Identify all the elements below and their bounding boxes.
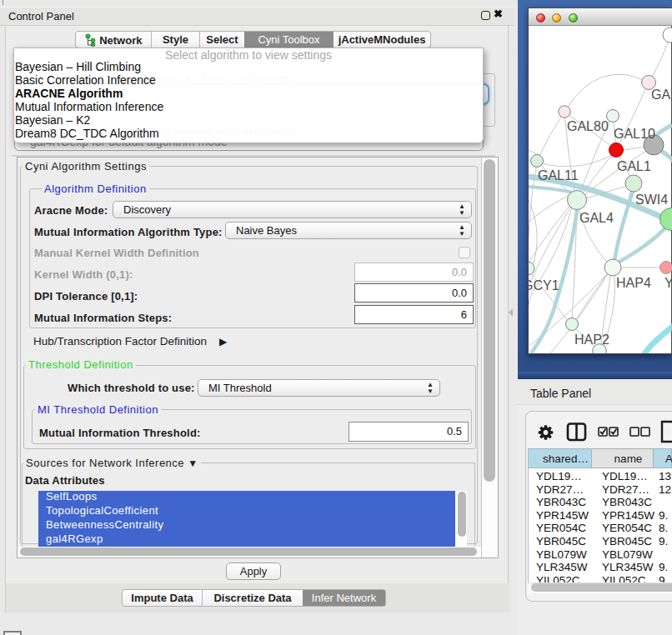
svg-text:SWI4: SWI4 [635, 192, 668, 207]
svg-text:GAL4: GAL4 [579, 211, 614, 225]
svg-text:GCY1: GCY1 [529, 278, 559, 292]
svg-text:HAP4: HAP4 [616, 276, 651, 290]
svg-text:GAL11: GAL11 [538, 168, 579, 182]
svg-text:HAP2: HAP2 [574, 332, 609, 347]
svg-text:GAL: GAL [651, 88, 672, 102]
svg-text:GAL80: GAL80 [567, 119, 609, 133]
svg-text:Y: Y [664, 276, 672, 290]
svg-text:GAL10: GAL10 [614, 127, 655, 141]
svg-text:GAL1: GAL1 [617, 159, 651, 173]
